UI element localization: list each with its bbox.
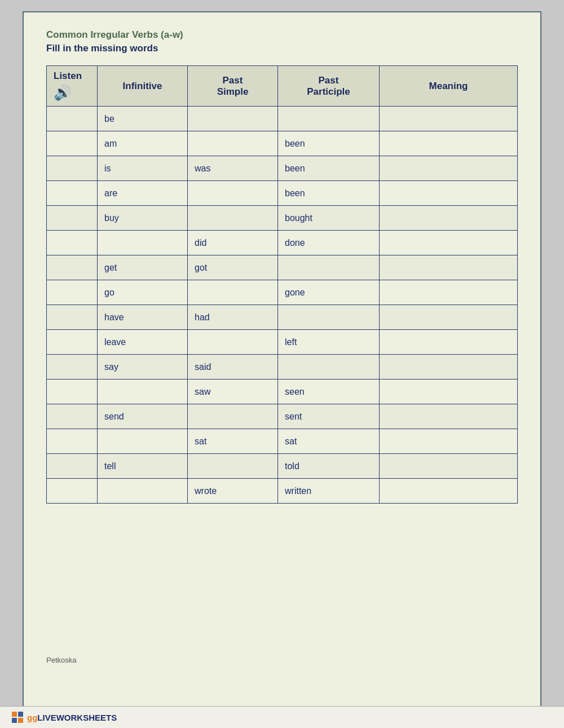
table-row: leaveleft (47, 330, 518, 355)
brand-bar: ggLIVEWORKSHEETS (0, 706, 564, 728)
listen-cell (47, 479, 98, 504)
meaning-cell (380, 280, 518, 305)
past-participle-cell (278, 255, 380, 280)
svg-rect-1 (18, 712, 23, 717)
listen-cell (47, 255, 98, 280)
svg-rect-2 (12, 718, 17, 723)
listen-cell (47, 231, 98, 255)
past-simple-cell (188, 404, 278, 429)
header-past-simple: PastSimple (188, 66, 278, 107)
brand-logo: ggLIVEWORKSHEETS (11, 711, 117, 723)
infinitive-cell: is (98, 156, 188, 181)
infinitive-cell (98, 231, 188, 255)
meaning-cell (380, 355, 518, 380)
past-participle-cell (278, 355, 380, 380)
past-simple-cell: sat (188, 429, 278, 454)
past-simple-cell (188, 206, 278, 231)
verb-table: Listen 🔊 Infinitive PastSimple PastParti… (46, 65, 518, 504)
infinitive-cell: are (98, 181, 188, 206)
meaning-cell (380, 429, 518, 454)
past-simple-cell (188, 330, 278, 355)
past-simple-cell (188, 107, 278, 131)
past-simple-cell (188, 181, 278, 206)
table-row: iswasbeen (47, 156, 518, 181)
meaning-cell (380, 156, 518, 181)
listen-cell (47, 181, 98, 206)
past-participle-cell: done (278, 231, 380, 255)
meaning-cell (380, 181, 518, 206)
listen-cell (47, 107, 98, 131)
listen-cell (47, 156, 98, 181)
past-simple-cell: got (188, 255, 278, 280)
brand-name: ggLIVEWORKSHEETS (27, 713, 117, 722)
svg-rect-3 (18, 718, 23, 723)
page-title: Common Irregular Verbs (a-w) (46, 29, 518, 41)
table-row: getgot (47, 255, 518, 280)
past-participle-cell: gone (278, 280, 380, 305)
infinitive-cell: say (98, 355, 188, 380)
table-row: satsat (47, 429, 518, 454)
past-participle-cell: been (278, 181, 380, 206)
table-row: gogone (47, 280, 518, 305)
listen-cell (47, 206, 98, 231)
infinitive-cell: leave (98, 330, 188, 355)
page-container: Common Irregular Verbs (a-w) Fill in the… (23, 11, 541, 711)
past-participle-cell: bought (278, 206, 380, 231)
past-participle-cell: told (278, 454, 380, 479)
meaning-cell (380, 107, 518, 131)
meaning-cell (380, 380, 518, 404)
past-participle-cell: seen (278, 380, 380, 404)
infinitive-cell (98, 380, 188, 404)
past-participle-cell: left (278, 330, 380, 355)
header-listen: Listen 🔊 (47, 66, 98, 107)
table-row: buybought (47, 206, 518, 231)
listen-cell (47, 305, 98, 330)
meaning-cell (380, 231, 518, 255)
past-simple-cell (188, 131, 278, 156)
past-simple-cell: did (188, 231, 278, 255)
listen-cell (47, 355, 98, 380)
listen-cell (47, 454, 98, 479)
infinitive-cell (98, 429, 188, 454)
table-row: telltold (47, 454, 518, 479)
listen-cell (47, 429, 98, 454)
listen-cell (47, 404, 98, 429)
table-row: sendsent (47, 404, 518, 429)
infinitive-cell: go (98, 280, 188, 305)
infinitive-cell: tell (98, 454, 188, 479)
header-infinitive: Infinitive (98, 66, 188, 107)
meaning-cell (380, 305, 518, 330)
table-row: arebeen (47, 181, 518, 206)
meaning-cell (380, 330, 518, 355)
past-simple-cell: wrote (188, 479, 278, 504)
table-row: havehad (47, 305, 518, 330)
table-body: beambeeniswasbeenarebeenbuyboughtdiddone… (47, 107, 518, 504)
infinitive-cell (98, 479, 188, 504)
listen-cell (47, 280, 98, 305)
table-row: sawseen (47, 380, 518, 404)
meaning-cell (380, 479, 518, 504)
listen-cell (47, 131, 98, 156)
past-participle-cell (278, 305, 380, 330)
past-simple-cell: had (188, 305, 278, 330)
brand-icon (11, 711, 24, 723)
meaning-cell (380, 206, 518, 231)
past-simple-cell (188, 454, 278, 479)
table-row: diddone (47, 231, 518, 255)
meaning-cell (380, 131, 518, 156)
svg-rect-0 (12, 712, 17, 717)
past-simple-cell: said (188, 355, 278, 380)
past-participle-cell: been (278, 131, 380, 156)
page-subtitle: Fill in the missing words (46, 43, 518, 54)
listen-icon[interactable]: 🔊 (54, 84, 72, 102)
header-meaning: Meaning (380, 66, 518, 107)
author-footer: Petkoska (46, 656, 76, 664)
infinitive-cell: have (98, 305, 188, 330)
listen-cell (47, 380, 98, 404)
meaning-cell (380, 454, 518, 479)
past-simple-cell: saw (188, 380, 278, 404)
table-header-row: Listen 🔊 Infinitive PastSimple PastParti… (47, 66, 518, 107)
infinitive-cell: am (98, 131, 188, 156)
past-participle-cell: sent (278, 404, 380, 429)
meaning-cell (380, 255, 518, 280)
